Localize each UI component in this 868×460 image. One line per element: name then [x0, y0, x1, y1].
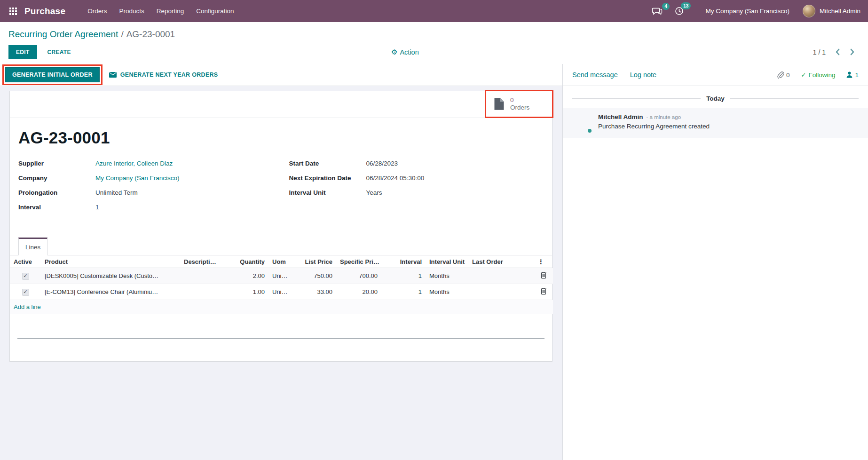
company-switcher[interactable]: My Company (San Francisco) [705, 8, 789, 15]
followers-button[interactable]: 1 [846, 71, 859, 79]
divider-line [730, 98, 859, 99]
pager-next-button[interactable] [849, 48, 856, 56]
cell-list-price[interactable]: 750.00 [293, 268, 336, 284]
menu-reporting[interactable]: Reporting [150, 5, 190, 17]
delete-row-button[interactable] [540, 271, 547, 279]
delete-row-button[interactable] [540, 287, 547, 295]
generate-initial-order-button[interactable]: GENERATE INITIAL ORDER [5, 67, 100, 82]
cell-interval[interactable]: 1 [381, 284, 426, 300]
paperclip-icon [777, 71, 784, 79]
messages-button[interactable]: 4 [649, 5, 665, 17]
chatter-toolbar: Send message Log note 0 Following [563, 64, 868, 86]
cell-uom[interactable]: Uni… [268, 284, 293, 300]
cell-description[interactable] [180, 284, 218, 300]
header-description[interactable]: Descripti… [180, 255, 218, 268]
app-brand[interactable]: Purchase [24, 6, 65, 16]
cell-uom[interactable]: Uni… [268, 268, 293, 284]
header-product[interactable]: Product [41, 255, 180, 268]
field-next-expiration-date: Next Expiration Date 06/28/2024 05:30:00 [289, 174, 544, 189]
cell-specific-price[interactable]: 20.00 [336, 284, 381, 300]
table-row[interactable]: [DESK0005] Customizable Desk (Custo… 2.0… [10, 268, 553, 284]
menu-orders[interactable]: Orders [81, 5, 113, 17]
tab-lines[interactable]: Lines [18, 238, 47, 255]
field-prolongation: Prolongation Unlimited Term [18, 189, 281, 204]
start-date-value: 06/28/2023 [366, 160, 398, 167]
optional-columns-button[interactable] [534, 255, 553, 268]
header-interval-unit[interactable]: Interval Unit [426, 255, 468, 268]
button-box: 0 Orders [10, 91, 552, 118]
field-label: Interval [18, 204, 95, 211]
cell-specific-price[interactable]: 700.00 [336, 268, 381, 284]
table-header-row: Active Product Descripti… Quantity Uom L… [10, 255, 553, 268]
follower-count: 1 [855, 71, 859, 79]
cell-product[interactable]: [DESK0005] Customizable Desk (Custo… [41, 268, 180, 284]
chatter-message[interactable]: Mitchell Admin - a minute ago Purchase R… [563, 108, 868, 138]
field-supplier: Supplier Azure Interior, Colleen Diaz [18, 160, 281, 174]
breadcrumb-parent-link[interactable]: Recurring Order Agreement [8, 29, 118, 39]
message-avatar-wrap [572, 113, 592, 133]
company-link[interactable]: My Company (San Francisco) [95, 174, 180, 182]
lines-table: Active Product Descripti… Quantity Uom L… [10, 255, 553, 314]
orders-stat-button[interactable]: 0 Orders [485, 90, 553, 118]
breadcrumb: Recurring Order Agreement/AG-23-0001 [8, 28, 860, 40]
cell-interval[interactable]: 1 [381, 268, 426, 284]
user-avatar[interactable] [803, 5, 815, 17]
envelope-icon [109, 72, 117, 78]
date-divider: Today [572, 95, 859, 102]
header-last-order[interactable]: Last Order [468, 255, 534, 268]
attachments-button[interactable]: 0 [777, 71, 790, 79]
orders-count: 0 [510, 96, 529, 104]
action-menu-button[interactable]: Action [391, 48, 419, 56]
page: Purchase Orders Products Reporting Confi… [0, 0, 868, 460]
add-a-line-link[interactable]: Add a line [14, 303, 41, 310]
active-checkbox[interactable] [22, 289, 29, 296]
active-checkbox[interactable] [22, 273, 29, 280]
message-content: Mitchell Admin - a minute ago Purchase R… [598, 113, 710, 133]
field-label: Company [18, 174, 95, 182]
field-interval: Interval 1 [18, 204, 281, 218]
cell-description[interactable] [180, 268, 218, 284]
supplier-link[interactable]: Azure Interior, Colleen Diaz [95, 160, 173, 167]
generate-next-year-orders-button[interactable]: GENERATE NEXT YEAR ORDERS [109, 71, 218, 78]
header-active[interactable]: Active [10, 255, 41, 268]
interval-unit-value: Years [366, 189, 382, 196]
menu-configuration[interactable]: Configuration [190, 5, 240, 17]
edit-button[interactable]: EDIT [8, 45, 37, 59]
header-specific-price[interactable]: Specific Pri… [336, 255, 381, 268]
next-expiration-date-value: 06/28/2024 05:30:00 [366, 174, 425, 182]
header-list-price[interactable]: List Price [293, 255, 336, 268]
document-icon [494, 97, 505, 111]
header-quantity[interactable]: Quantity [218, 255, 268, 268]
header-interval[interactable]: Interval [381, 255, 426, 268]
cell-last-order[interactable] [468, 268, 534, 284]
cell-interval-unit[interactable]: Months [426, 284, 468, 300]
messages-badge: 4 [662, 3, 670, 10]
control-panel-buttons-row: EDIT CREATE Action 1 / 1 [8, 45, 860, 59]
cell-product[interactable]: [E-COM13] Conference Chair (Aluminiu… [41, 284, 180, 300]
interval-value: 1 [95, 204, 99, 211]
menu-products[interactable]: Products [113, 5, 150, 17]
grid-icon [9, 8, 17, 15]
field-start-date: Start Date 06/28/2023 [289, 160, 544, 174]
pager-previous-button[interactable] [834, 48, 841, 56]
speech-bubble-icon [652, 7, 663, 16]
cell-quantity[interactable]: 1.00 [218, 284, 268, 300]
field-label: Start Date [289, 160, 366, 167]
cell-list-price[interactable]: 33.00 [293, 284, 336, 300]
send-message-button[interactable]: Send message [572, 71, 618, 79]
header-uom[interactable]: Uom [268, 255, 293, 268]
create-button[interactable]: CREATE [41, 46, 78, 59]
following-button[interactable]: Following [801, 71, 836, 79]
field-label: Interval Unit [289, 189, 366, 196]
user-menu[interactable]: Mitchell Admin [820, 8, 860, 15]
table-row[interactable]: [E-COM13] Conference Chair (Aluminiu… 1.… [10, 284, 553, 300]
activities-button[interactable]: 13 [672, 5, 687, 17]
message-author[interactable]: Mitchell Admin [598, 113, 643, 120]
chatter-toolbar-right: 0 Following 1 [777, 71, 859, 79]
cell-interval-unit[interactable]: Months [426, 268, 468, 284]
log-note-button[interactable]: Log note [630, 71, 656, 79]
cell-last-order[interactable] [468, 284, 534, 300]
cell-quantity[interactable]: 2.00 [218, 268, 268, 284]
top-navbar: Purchase Orders Products Reporting Confi… [0, 0, 868, 22]
apps-menu-icon[interactable] [7, 5, 20, 18]
